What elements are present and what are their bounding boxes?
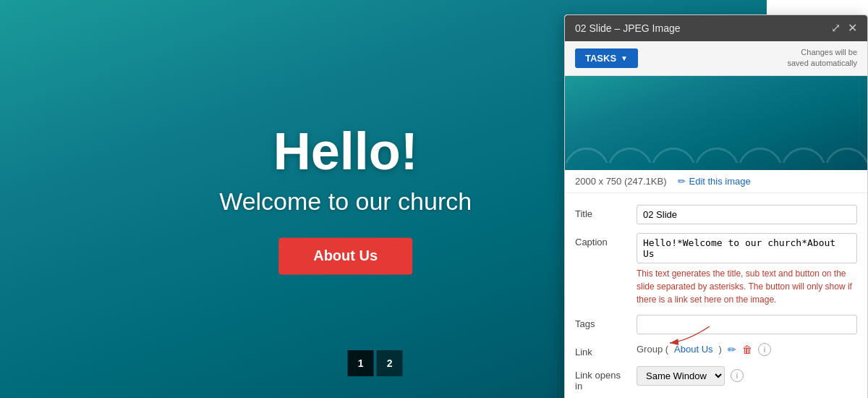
image-thumbnail	[565, 76, 867, 170]
caption-label: Caption	[575, 233, 629, 247]
caption-hint: This text generates the title, sub text …	[637, 267, 857, 306]
title-label: Title	[575, 205, 629, 219]
image-dimensions: 2000 x 750 (247.1KB)	[575, 176, 666, 187]
tasks-caret-icon: ▼	[621, 54, 628, 62]
edit-image-link[interactable]: ✏ Edit this image	[678, 176, 750, 187]
link-label: Link	[575, 343, 629, 357]
tags-label: Tags	[575, 315, 629, 329]
slide-dot-2[interactable]: 2	[377, 350, 403, 376]
link-delete-icon[interactable]: 🗑	[742, 344, 752, 355]
slide-content: Hello! Welcome to our church About Us	[219, 123, 472, 274]
link-opens-label: Link opens in	[575, 366, 629, 391]
panel-title-icons: ⤢ ✕	[831, 22, 857, 34]
link-row: Link Group (About Us) ✏ 🗑 i	[565, 339, 867, 362]
link-opens-info-icon[interactable]: i	[731, 369, 744, 382]
image-meta-row: 2000 x 750 (247.1KB) ✏ Edit this image	[565, 170, 867, 193]
slide-title: Hello!	[219, 123, 472, 180]
pencil-icon: ✏	[678, 176, 686, 187]
tasks-label: TASKS	[585, 53, 616, 64]
autosave-notice: Changes will besaved automatically	[787, 47, 857, 69]
close-icon[interactable]: ✕	[848, 22, 857, 34]
link-group-suffix: )	[719, 344, 722, 355]
panel-titlebar: 02 Slide – JPEG Image ⤢ ✕	[565, 15, 867, 41]
expand-icon[interactable]: ⤢	[831, 22, 841, 34]
panel-title: 02 Slide – JPEG Image	[575, 22, 681, 34]
link-opens-select[interactable]: Same Window New Window	[637, 366, 725, 386]
link-group-name[interactable]: About Us	[674, 344, 712, 355]
title-input[interactable]	[637, 205, 857, 224]
link-content: Group (About Us) ✏ 🗑 i	[637, 343, 857, 356]
tasks-button[interactable]: TASKS ▼	[575, 48, 638, 68]
panel-toolbar: TASKS ▼ Changes will besaved automatical…	[565, 41, 867, 76]
about-us-button[interactable]: About Us	[278, 238, 412, 275]
caption-textarea[interactable]: Hello!*Welcome to our church*About Us	[637, 233, 857, 263]
link-info-icon[interactable]: i	[758, 343, 771, 356]
slide-subtitle: Welcome to our church	[219, 188, 472, 216]
caption-row: Caption Hello!*Welcome to our church*Abo…	[565, 229, 867, 310]
tags-row: Tags	[565, 310, 867, 339]
link-opens-content: Same Window New Window i	[637, 366, 857, 386]
slide-dots: 1 2	[348, 350, 403, 376]
image-panel: 02 Slide – JPEG Image ⤢ ✕ TASKS ▼ Change…	[564, 14, 868, 398]
slide-dot-1[interactable]: 1	[348, 350, 374, 376]
tags-input[interactable]	[637, 315, 857, 334]
link-group-prefix: Group (	[637, 344, 668, 355]
link-opens-row: Link opens in Same Window New Window i	[565, 362, 867, 396]
link-edit-icon[interactable]: ✏	[728, 344, 736, 355]
panel-form: Title Caption Hello!*Welcome to our chur…	[565, 193, 867, 398]
title-row: Title	[565, 200, 867, 229]
